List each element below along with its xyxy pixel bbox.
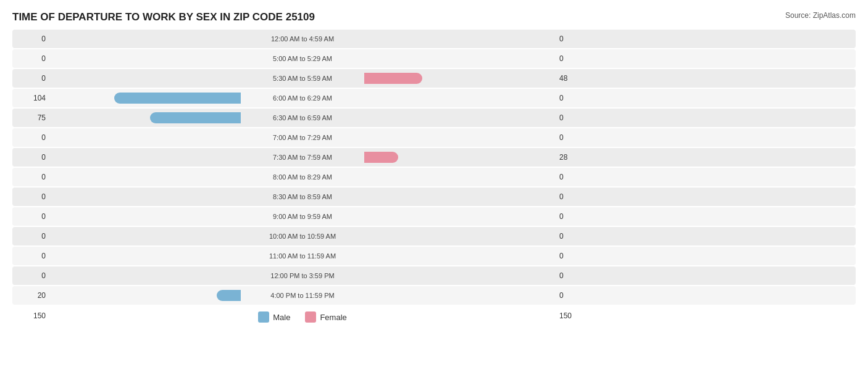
male-value: 0 — [12, 192, 49, 201]
female-bar-container — [364, 132, 556, 143]
male-value: 75 — [12, 113, 49, 122]
female-value: 0 — [556, 35, 593, 43]
male-value: 104 — [12, 94, 49, 102]
female-bar-container — [364, 93, 556, 104]
chart-row: 0 5:00 AM to 5:29 AM 0 — [12, 49, 856, 68]
time-label: 8:00 AM to 8:29 AM — [241, 173, 364, 181]
female-bar-container — [364, 250, 556, 262]
time-label: 5:00 AM to 5:29 AM — [241, 55, 364, 62]
chart-row: 0 11:00 AM to 11:59 AM 0 — [12, 247, 856, 265]
female-value: 0 — [556, 212, 593, 221]
chart-row: 0 12:00 PM to 3:59 PM 0 — [12, 266, 856, 285]
male-value: 0 — [12, 74, 49, 83]
time-label: 9:00 AM to 9:59 AM — [241, 213, 364, 220]
chart-title: TIME OF DEPARTURE TO WORK BY SEX IN ZIP … — [12, 11, 856, 23]
time-label: 4:00 PM to 11:59 PM — [241, 292, 364, 299]
male-value: 0 — [12, 173, 49, 181]
male-bar — [114, 93, 241, 104]
source-text: Source: ZipAtlas.com — [785, 11, 856, 20]
axis-left-label: 150 — [12, 311, 49, 320]
female-value: 0 — [556, 271, 593, 280]
chart-row: 0 8:00 AM to 8:29 AM 0 — [12, 168, 856, 186]
female-bar-container — [364, 112, 556, 123]
chart-row: 0 10:00 AM to 10:59 AM 0 — [12, 227, 856, 245]
male-value: 0 — [12, 35, 49, 43]
male-bar-container — [49, 93, 241, 104]
male-bar — [217, 290, 241, 301]
chart-row: 0 9:00 AM to 9:59 AM 0 — [12, 207, 856, 226]
female-bar-container — [364, 53, 556, 64]
female-bar-container — [364, 152, 556, 163]
time-label: 12:00 PM to 3:59 PM — [241, 272, 364, 279]
legend-male: Male — [258, 311, 290, 323]
chart-row: 20 4:00 PM to 11:59 PM 0 — [12, 286, 856, 305]
chart-container: TIME OF DEPARTURE TO WORK BY SEX IN ZIP … — [0, 0, 868, 367]
time-label: 6:00 AM to 6:29 AM — [241, 94, 364, 102]
male-bar-container — [49, 132, 241, 143]
female-bar — [364, 73, 422, 84]
male-bar-container — [49, 112, 241, 123]
male-bar-container — [49, 152, 241, 163]
male-value: 0 — [12, 54, 49, 63]
female-bar-container — [364, 231, 556, 242]
time-label: 10:00 AM to 10:59 AM — [241, 233, 364, 240]
female-bar-container — [364, 290, 556, 301]
time-label: 6:30 AM to 6:59 AM — [241, 114, 364, 122]
male-value: 0 — [12, 212, 49, 221]
female-value: 0 — [556, 113, 593, 122]
female-bar — [364, 152, 398, 163]
time-label: 11:00 AM to 11:59 AM — [241, 252, 364, 260]
female-value: 0 — [556, 94, 593, 102]
axis-row: 150 Male Female 150 — [12, 308, 856, 323]
female-value: 0 — [556, 192, 593, 201]
bars-area: 0 12:00 AM to 4:59 AM 0 0 5:00 AM to 5:2… — [12, 30, 856, 305]
female-value: 0 — [556, 173, 593, 181]
time-label: 7:30 AM to 7:59 AM — [241, 154, 364, 161]
male-bar — [150, 112, 241, 123]
male-bar-container — [49, 211, 241, 222]
time-label: 5:30 AM to 5:59 AM — [241, 75, 364, 82]
female-value: 0 — [556, 291, 593, 300]
male-bar-container — [49, 231, 241, 242]
legend-male-color — [258, 311, 269, 323]
female-value: 0 — [556, 54, 593, 63]
female-value: 0 — [556, 232, 593, 241]
female-bar-container — [364, 171, 556, 183]
axis-spacer: Male Female — [49, 309, 556, 323]
chart-row: 0 7:00 AM to 7:29 AM 0 — [12, 128, 856, 147]
male-value: 0 — [12, 153, 49, 162]
time-label: 12:00 AM to 4:59 AM — [241, 35, 364, 43]
female-bar-container — [364, 270, 556, 281]
male-bar-container — [49, 191, 241, 202]
legend-female: Female — [305, 311, 346, 323]
male-bar-container — [49, 250, 241, 262]
time-label: 8:30 AM to 8:59 AM — [241, 193, 364, 200]
male-value: 0 — [12, 232, 49, 241]
male-bar-container — [49, 171, 241, 183]
legend-female-label: Female — [320, 313, 346, 322]
male-bar-container — [49, 33, 241, 44]
male-value: 0 — [12, 133, 49, 142]
female-value: 28 — [556, 153, 593, 162]
female-value: 48 — [556, 74, 593, 83]
axis-right-label: 150 — [556, 311, 593, 320]
female-bar-container — [364, 33, 556, 44]
time-label: 7:00 AM to 7:29 AM — [241, 134, 364, 141]
legend: Male Female — [258, 311, 347, 323]
chart-row: 75 6:30 AM to 6:59 AM 0 — [12, 109, 856, 127]
chart-row: 0 12:00 AM to 4:59 AM 0 — [12, 30, 856, 48]
chart-row: 0 8:30 AM to 8:59 AM 0 — [12, 188, 856, 206]
chart-row: 0 7:30 AM to 7:59 AM 28 — [12, 148, 856, 167]
male-value: 0 — [12, 271, 49, 280]
male-bar-container — [49, 290, 241, 301]
male-value: 20 — [12, 291, 49, 300]
legend-male-label: Male — [273, 313, 290, 322]
male-bar-container — [49, 73, 241, 84]
female-value: 0 — [556, 133, 593, 142]
female-value: 0 — [556, 252, 593, 260]
male-bar-container — [49, 53, 241, 64]
male-bar-container — [49, 270, 241, 281]
male-value: 0 — [12, 252, 49, 260]
chart-row: 0 5:30 AM to 5:59 AM 48 — [12, 69, 856, 88]
female-bar-container — [364, 191, 556, 202]
